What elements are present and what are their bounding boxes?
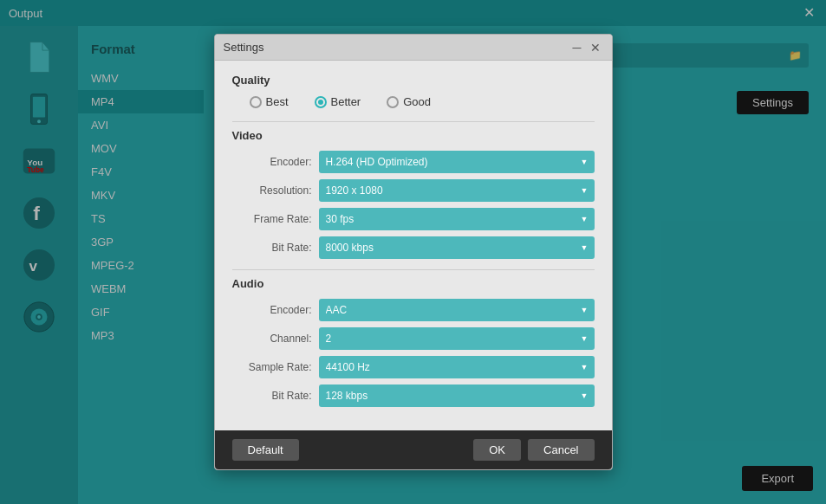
audio-field-row-3: Bit Rate:128 kbps192 kbps256 kbps320 kbp…	[232, 384, 595, 407]
output-window: Output ✕ You Tube	[0, 0, 826, 504]
default-button[interactable]: Default	[232, 439, 299, 461]
dialog-close-icon[interactable]: ✕	[588, 40, 603, 55]
dialog-title-bar: Settings ─ ✕	[215, 35, 612, 61]
video-select-wrapper-1: 1920 x 10801280 x 720854 x 480	[319, 179, 595, 202]
video-field-row-3: Bit Rate:8000 kbps6000 kbps4000 kbps	[232, 236, 595, 259]
audio-select-wrapper-0: AACMP3PCM	[319, 299, 595, 321]
video-field-label-1: Resolution:	[232, 184, 319, 197]
quality-row: Best Better Good	[232, 95, 595, 108]
audio-field-row-0: Encoder:AACMP3PCM	[232, 299, 595, 321]
audio-section-title: Audio	[232, 277, 595, 290]
divider-2	[232, 269, 595, 270]
quality-good-label: Good	[403, 95, 431, 108]
video-field-row-1: Resolution:1920 x 10801280 x 720854 x 48…	[232, 179, 595, 202]
audio-field-row-2: Sample Rate:44100 Hz48000 Hz22050 Hz	[232, 356, 595, 378]
video-select-0[interactable]: H.264 (HD Optimized)H.265MPEG-4	[319, 151, 595, 173]
video-select-1[interactable]: 1920 x 10801280 x 720854 x 480	[319, 179, 595, 202]
quality-best[interactable]: Best	[250, 95, 289, 108]
audio-select-wrapper-2: 44100 Hz48000 Hz22050 Hz	[319, 356, 595, 378]
dialog-title: Settings	[224, 41, 569, 54]
audio-fields: Encoder:AACMP3PCMChannel:21Sample Rate:4…	[232, 299, 595, 407]
quality-good[interactable]: Good	[387, 95, 431, 108]
video-select-wrapper-0: H.264 (HD Optimized)H.265MPEG-4	[319, 151, 595, 173]
dialog-body: Quality Best Better Good	[215, 61, 612, 430]
audio-select-2[interactable]: 44100 Hz48000 Hz22050 Hz	[319, 356, 595, 378]
audio-select-0[interactable]: AACMP3PCM	[319, 299, 595, 321]
video-field-row-0: Encoder:H.264 (HD Optimized)H.265MPEG-4	[232, 151, 595, 173]
cancel-button[interactable]: Cancel	[528, 439, 594, 461]
video-section: Video Encoder:H.264 (HD Optimized)H.265M…	[232, 129, 595, 259]
quality-best-label: Best	[266, 95, 289, 108]
quality-better-radio[interactable]	[315, 96, 327, 108]
audio-field-label-3: Bit Rate:	[232, 390, 319, 402]
audio-select-wrapper-3: 128 kbps192 kbps256 kbps320 kbps	[319, 384, 595, 407]
ok-button[interactable]: OK	[473, 439, 521, 461]
divider-1	[232, 121, 595, 122]
dialog-minimize-icon[interactable]: ─	[569, 40, 585, 55]
dialog-overlay: Settings ─ ✕ Quality Best Better	[0, 0, 826, 504]
video-select-2[interactable]: 30 fps25 fps24 fps60 fps	[319, 208, 595, 230]
audio-section: Audio Encoder:AACMP3PCMChannel:21Sample …	[232, 277, 595, 407]
audio-select-wrapper-1: 21	[319, 327, 595, 350]
video-section-title: Video	[232, 129, 595, 142]
video-select-wrapper-3: 8000 kbps6000 kbps4000 kbps	[319, 236, 595, 259]
video-fields: Encoder:H.264 (HD Optimized)H.265MPEG-4R…	[232, 151, 595, 259]
video-select-3[interactable]: 8000 kbps6000 kbps4000 kbps	[319, 236, 595, 259]
quality-better[interactable]: Better	[315, 95, 361, 108]
audio-select-1[interactable]: 21	[319, 327, 595, 350]
video-field-row-2: Frame Rate:30 fps25 fps24 fps60 fps	[232, 208, 595, 230]
audio-field-label-0: Encoder:	[232, 304, 319, 316]
quality-section-title: Quality	[232, 74, 595, 87]
quality-better-label: Better	[331, 95, 361, 108]
quality-best-radio[interactable]	[250, 96, 262, 108]
audio-field-label-1: Channel:	[232, 333, 319, 345]
audio-field-row-1: Channel:21	[232, 327, 595, 350]
video-select-wrapper-2: 30 fps25 fps24 fps60 fps	[319, 208, 595, 230]
audio-field-label-2: Sample Rate:	[232, 361, 319, 373]
audio-select-3[interactable]: 128 kbps192 kbps256 kbps320 kbps	[319, 384, 595, 407]
video-field-label-3: Bit Rate:	[232, 242, 319, 254]
quality-good-radio[interactable]	[387, 96, 399, 108]
video-field-label-2: Frame Rate:	[232, 213, 319, 225]
video-field-label-0: Encoder:	[232, 156, 319, 168]
dialog-footer: Default OK Cancel	[215, 430, 612, 469]
settings-dialog: Settings ─ ✕ Quality Best Better	[214, 34, 613, 470]
